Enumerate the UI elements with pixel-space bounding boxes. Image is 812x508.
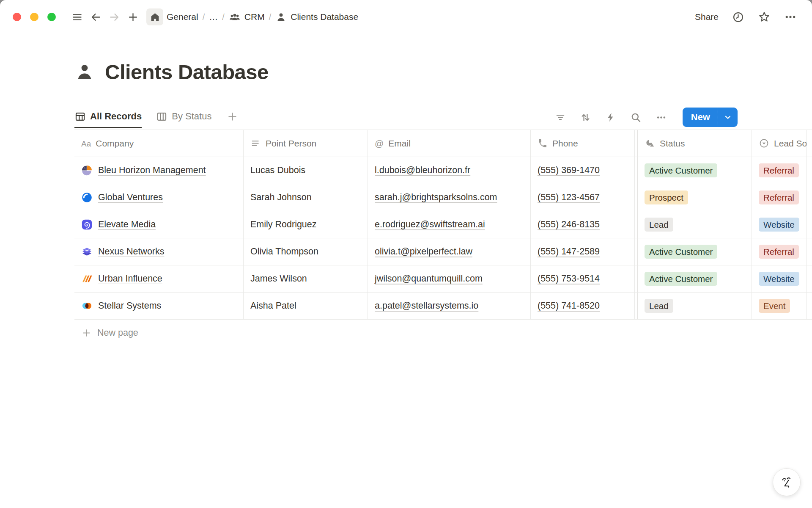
- company-name-link[interactable]: Bleu Horizon Management: [98, 165, 206, 176]
- share-button[interactable]: Share: [695, 12, 719, 22]
- cell-lead-source[interactable]: Referral: [752, 184, 807, 211]
- phone-link[interactable]: (555) 753-9514: [538, 273, 600, 284]
- company-name-link[interactable]: Global Ventures: [98, 192, 163, 203]
- column-header-lead-source[interactable]: Lead Source: [752, 130, 807, 157]
- phone-link[interactable]: (555) 123-4567: [538, 192, 600, 203]
- view-more-icon[interactable]: [656, 112, 667, 123]
- tab-by-status[interactable]: By Status: [156, 106, 211, 127]
- cell-phone[interactable]: (555) 369-1470: [531, 157, 635, 184]
- company-name-link[interactable]: Stellar Systems: [98, 301, 161, 311]
- venn-cyan-orange-icon: [81, 300, 93, 312]
- cell-phone[interactable]: (555) 246-8135: [531, 211, 635, 238]
- column-header-point-person[interactable]: Point Person: [244, 130, 368, 157]
- new-record-label[interactable]: New: [683, 108, 718, 127]
- cell-status[interactable]: Active Customer: [638, 157, 752, 184]
- page-person-icon[interactable]: [74, 62, 95, 82]
- updates-clock-icon[interactable]: [732, 11, 744, 23]
- cell-email[interactable]: l.dubois@bleuhorizon.fr: [368, 157, 531, 184]
- cell-phone[interactable]: (555) 123-4567: [531, 184, 635, 211]
- email-link[interactable]: olivia.t@pixelperfect.law: [375, 246, 472, 257]
- cell-phone[interactable]: (555) 741-8520: [531, 293, 635, 319]
- sort-icon[interactable]: [580, 112, 591, 123]
- cell-status[interactable]: Active Customer: [638, 238, 752, 265]
- cell-point-person[interactable]: Emily Rodriguez: [244, 211, 368, 238]
- cell-status[interactable]: Prospect: [638, 184, 752, 211]
- breadcrumb-item[interactable]: Clients Database: [275, 11, 358, 23]
- breadcrumb-separator: /: [269, 12, 272, 22]
- row-filler: [807, 211, 812, 238]
- phone-link[interactable]: (555) 369-1470: [538, 165, 600, 176]
- cell-point-person[interactable]: Sarah Johnson: [244, 184, 368, 211]
- breadcrumb-label: General: [167, 12, 198, 22]
- more-options-icon[interactable]: [784, 11, 797, 23]
- cell-email[interactable]: sarah.j@brightsparksolns.com: [368, 184, 531, 211]
- status-badge: Active Customer: [645, 272, 717, 286]
- cell-company[interactable]: Urban Influence: [74, 265, 244, 292]
- forward-arrow-icon[interactable]: [108, 11, 121, 23]
- table-row: Bleu Horizon ManagementLucas Duboisl.dub…: [74, 157, 812, 184]
- company-name-link[interactable]: Nexus Networks: [98, 246, 165, 257]
- cell-email[interactable]: olivia.t@pixelperfect.law: [368, 238, 531, 265]
- breadcrumb-item[interactable]: CRM: [229, 11, 265, 23]
- column-header-company[interactable]: AaCompany: [74, 130, 244, 157]
- cell-lead-source[interactable]: Website: [752, 211, 807, 238]
- cell-status[interactable]: Active Customer: [638, 265, 752, 292]
- cell-company[interactable]: Elevate Media: [74, 211, 244, 238]
- minimize-window-button[interactable]: [30, 13, 38, 21]
- zoom-window-button[interactable]: [47, 13, 56, 21]
- cell-phone[interactable]: (555) 147-2589: [531, 238, 635, 265]
- cell-company[interactable]: Stellar Systems: [74, 293, 244, 319]
- cell-point-person[interactable]: Aisha Patel: [244, 293, 368, 319]
- cell-phone[interactable]: (555) 753-9514: [531, 265, 635, 292]
- company-name-link[interactable]: Elevate Media: [98, 219, 156, 230]
- cell-point-person[interactable]: James Wilson: [244, 265, 368, 292]
- email-link[interactable]: e.rodriguez@swiftstream.ai: [375, 219, 485, 230]
- cell-point-person[interactable]: Lucas Dubois: [244, 157, 368, 184]
- phone-link[interactable]: (555) 741-8520: [538, 301, 600, 311]
- email-link[interactable]: jwilson@quantumquill.com: [375, 273, 483, 284]
- cell-lead-source[interactable]: Referral: [752, 238, 807, 265]
- new-record-dropdown[interactable]: [718, 108, 738, 127]
- cell-lead-source[interactable]: Website: [752, 265, 807, 292]
- favorite-star-icon[interactable]: [758, 11, 771, 23]
- cell-status[interactable]: Lead: [638, 211, 752, 238]
- ai-assistant-button[interactable]: [773, 468, 801, 496]
- lead-source-badge: Event: [759, 299, 790, 313]
- breadcrumb-item[interactable]: …: [209, 12, 218, 22]
- automation-lightning-icon[interactable]: [605, 112, 616, 123]
- phone-link[interactable]: (555) 246-8135: [538, 219, 600, 230]
- cell-status[interactable]: Lead: [638, 293, 752, 319]
- search-icon[interactable]: [630, 112, 642, 123]
- home-icon[interactable]: [146, 8, 163, 25]
- column-header-status[interactable]: Status: [638, 130, 752, 157]
- close-window-button[interactable]: [13, 13, 21, 21]
- phone-link[interactable]: (555) 147-2589: [538, 246, 600, 257]
- new-page-row[interactable]: New page: [74, 320, 812, 346]
- new-tab-plus-icon[interactable]: [126, 11, 139, 23]
- cell-email[interactable]: jwilson@quantumquill.com: [368, 265, 531, 292]
- new-record-button[interactable]: New: [683, 108, 738, 127]
- tab-all-records[interactable]: All Records: [74, 106, 142, 128]
- add-view-icon[interactable]: [227, 106, 238, 127]
- breadcrumb-item[interactable]: General: [167, 12, 198, 22]
- email-link[interactable]: l.dubois@bleuhorizon.fr: [375, 165, 470, 176]
- sidebar-menu-icon[interactable]: [71, 11, 83, 23]
- column-gap: [635, 184, 638, 211]
- company-name-link[interactable]: Urban Influence: [98, 273, 162, 284]
- cell-company[interactable]: Bleu Horizon Management: [74, 157, 244, 184]
- back-arrow-icon[interactable]: [89, 11, 102, 23]
- page-title[interactable]: Clients Database: [105, 60, 269, 84]
- email-link[interactable]: sarah.j@brightsparksolns.com: [375, 192, 497, 203]
- cell-company[interactable]: Nexus Networks: [74, 238, 244, 265]
- cell-point-person[interactable]: Olivia Thompson: [244, 238, 368, 265]
- cell-lead-source[interactable]: Event: [752, 293, 807, 319]
- cell-email[interactable]: e.rodriguez@swiftstream.ai: [368, 211, 531, 238]
- cell-email[interactable]: a.patel@stellarsystems.io: [368, 293, 531, 319]
- column-header-email[interactable]: @Email: [368, 130, 531, 157]
- cell-lead-source[interactable]: Referral: [752, 157, 807, 184]
- filter-icon[interactable]: [555, 112, 566, 123]
- column-header-phone[interactable]: Phone: [531, 130, 635, 157]
- cell-company[interactable]: Global Ventures: [74, 184, 244, 211]
- column-header-label: Phone: [552, 138, 578, 149]
- email-link[interactable]: a.patel@stellarsystems.io: [375, 301, 478, 311]
